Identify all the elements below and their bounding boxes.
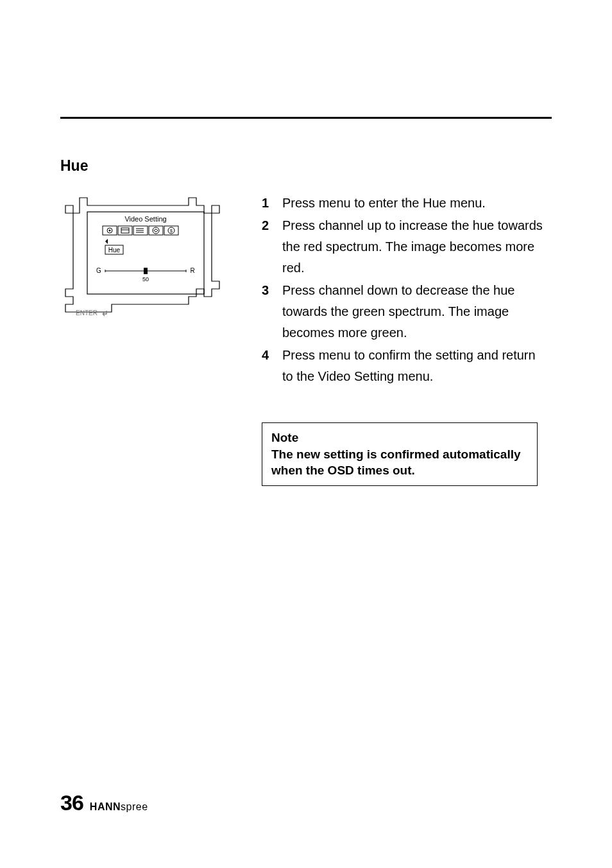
svg-point-3 (109, 230, 111, 232)
instruction-list: Press menu to enter the Hue menu. Press … (262, 193, 547, 388)
note-box: Note The new setting is confirmed automa… (262, 422, 538, 486)
header-rule (60, 117, 552, 119)
note-heading: Note (271, 430, 528, 446)
svg-rect-4 (118, 226, 132, 235)
step-item: Press menu to enter the Hue menu. (262, 193, 547, 214)
slider-left: G (96, 267, 101, 274)
enter-label: ENTER (76, 309, 98, 317)
diagram-label: Hue (108, 247, 121, 254)
section-title: Hue (60, 157, 88, 175)
slider-value: 50 (142, 276, 149, 282)
slider-right: R (190, 267, 194, 274)
page-number: 36 (60, 790, 83, 815)
step-item: Press channel up to increase the hue tow… (262, 215, 547, 279)
diagram-title: Video Setting (124, 215, 166, 223)
osd-diagram: Video Setting $ Hue G R 50 ENTER (60, 193, 225, 318)
step-item: Press menu to confirm the setting and re… (262, 345, 547, 387)
svg-text:$: $ (170, 229, 173, 233)
brand-logo: HANNspree (90, 801, 148, 813)
step-item: Press channel down to decrease the hue t… (262, 280, 547, 343)
svg-rect-5 (121, 228, 129, 233)
note-body: The new setting is confirmed automatical… (271, 446, 528, 479)
page-footer: 36 HANNspree (60, 790, 148, 815)
svg-rect-20 (144, 268, 148, 274)
